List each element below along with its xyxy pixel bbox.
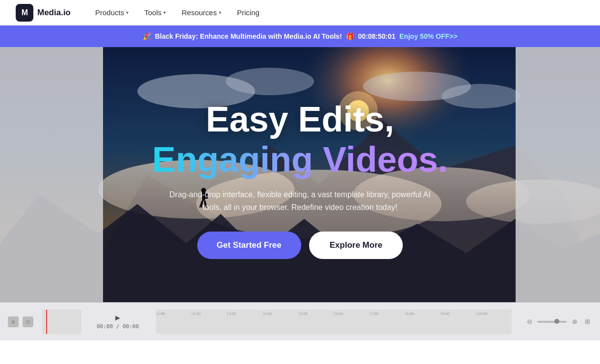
timeline-time-display: 00:00 / 00:00 xyxy=(97,323,139,330)
tl-mark-3: 3:00 xyxy=(227,312,263,315)
banner-cta-link[interactable]: Enjoy 50% OFF>> xyxy=(399,32,457,40)
logo-link[interactable]: M Media.io xyxy=(16,4,71,22)
tl-mark-5: 5:00 xyxy=(298,312,334,315)
zoom-out-icon[interactable]: ⊖ xyxy=(524,317,534,327)
nav-item-products[interactable]: Products ▾ xyxy=(88,5,135,20)
nav-item-tools[interactable]: Tools ▾ xyxy=(137,5,173,20)
tl-mark-6: 6:00 xyxy=(334,312,370,315)
tl-mark-4: 4:00 xyxy=(263,312,299,315)
hero-buttons: Get Started Free Explore More xyxy=(197,232,403,259)
timeline-marks: 1:00 2:00 3:00 4:00 5:00 6:00 7:00 8:00 … xyxy=(156,310,512,334)
hero-content: Easy Edits, Engaging Videos. Drag-and-dr… xyxy=(0,47,600,302)
nav-items: Products ▾ Tools ▾ Resources ▾ Pricing xyxy=(88,5,584,20)
hero-title-line1: Easy Edits, xyxy=(206,100,394,139)
nav-item-resources[interactable]: Resources ▾ xyxy=(175,5,228,20)
zoom-thumb xyxy=(554,319,559,324)
timeline-playhead-area xyxy=(42,310,81,334)
navbar: M Media.io Products ▾ Tools ▾ Resources … xyxy=(0,0,600,26)
timeline-center-info: ▶ 00:00 / 00:00 xyxy=(88,314,147,330)
promo-banner: 🎉 Black Friday: Enhance Multimedia with … xyxy=(0,26,600,47)
zoom-in-icon[interactable]: ⊕ xyxy=(570,317,579,327)
banner-gift-emoji: 🎁 xyxy=(346,32,354,40)
timeline-bar: ≡ ◇ ▶ 00:00 / 00:00 1:00 2:00 3:00 4:00 … xyxy=(0,302,600,340)
timeline-ruler-left xyxy=(42,310,81,334)
chevron-down-icon: ▾ xyxy=(163,10,166,15)
tl-mark-7: 7:00 xyxy=(369,312,405,315)
zoom-slider[interactable] xyxy=(537,321,567,323)
explore-more-button[interactable]: Explore More xyxy=(309,232,403,259)
banner-text: Black Friday: Enhance Multimedia with Me… xyxy=(155,32,342,40)
banner-party-emoji: 🎉 xyxy=(143,32,151,40)
timeline-play-button[interactable]: ▶ xyxy=(115,314,120,321)
tl-mark-2: 2:00 xyxy=(192,312,228,315)
timeline-icons: ≡ ◇ xyxy=(8,316,33,327)
chevron-down-icon: ▾ xyxy=(126,10,129,15)
timeline-layers-icon[interactable]: ≡ xyxy=(8,316,19,327)
logo-icon: M xyxy=(16,4,33,22)
timeline-playhead[interactable] xyxy=(46,310,47,334)
logo-name: Media.io xyxy=(37,8,71,18)
nav-item-pricing[interactable]: Pricing xyxy=(230,5,266,20)
hero-section: Easy Edits, Engaging Videos. Drag-and-dr… xyxy=(0,47,600,302)
tl-mark-9: 9:00 xyxy=(441,312,476,315)
timeline-marker-icon[interactable]: ◇ xyxy=(23,316,33,327)
tl-mark-8: 8:00 xyxy=(405,312,441,315)
get-started-button[interactable]: Get Started Free xyxy=(197,232,301,259)
banner-timer: 00:08:50:01 xyxy=(358,32,395,40)
timeline-controls-right: ⊖ ⊕ ⊞ xyxy=(524,317,592,327)
fit-icon[interactable]: ⊞ xyxy=(582,317,592,327)
hero-subtitle: Drag-and-drop interface, flexible editin… xyxy=(163,188,438,213)
tl-mark-1: 1:00 xyxy=(156,312,192,315)
tl-mark-10: 10:00 xyxy=(476,312,512,315)
timeline-main-ruler[interactable]: 1:00 2:00 3:00 4:00 5:00 6:00 7:00 8:00 … xyxy=(156,310,512,334)
chevron-down-icon: ▾ xyxy=(219,10,221,15)
hero-title-line2: Engaging Videos. xyxy=(152,139,448,180)
